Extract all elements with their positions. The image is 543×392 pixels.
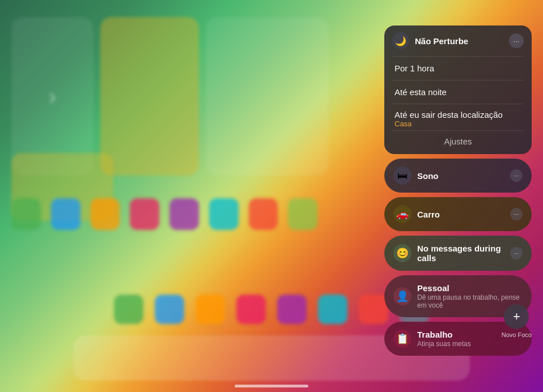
person-icon: 👤 bbox=[393, 287, 412, 305]
more-dots-icon: ··· bbox=[514, 172, 519, 179]
dock-app-icon bbox=[114, 295, 143, 324]
dnd-title: Não Perturbe bbox=[415, 36, 503, 46]
focus-messages-button[interactable]: 😊 No messages during calls ··· bbox=[384, 236, 532, 271]
more-dots-icon: ··· bbox=[514, 37, 520, 45]
dnd-option-1hr[interactable]: Por 1 hora bbox=[384, 57, 532, 80]
widget-card-3 bbox=[206, 17, 329, 176]
dnd-card[interactable]: 🌙 Não Perturbe ··· Por 1 hora Até esta n… bbox=[384, 25, 532, 154]
dnd-option-location[interactable]: Até eu sair desta localização Casa bbox=[384, 104, 532, 130]
focus-carro-button[interactable]: 🚗 Carro ··· bbox=[384, 197, 532, 231]
dnd-option-location-main: Até eu sair desta localização bbox=[394, 110, 521, 120]
sono-text: Sono bbox=[417, 171, 504, 181]
sono-title: Sono bbox=[417, 171, 504, 181]
dnd-option-location-sub: Casa bbox=[394, 120, 521, 128]
plus-icon: + bbox=[513, 309, 520, 324]
dock-app-icon bbox=[318, 295, 347, 324]
messages-title: No messages during calls bbox=[417, 244, 504, 263]
dnd-more-button[interactable]: ··· bbox=[509, 33, 524, 48]
dock-app-icon bbox=[277, 295, 307, 324]
focus-sono-button[interactable]: 🛏 Sono ··· bbox=[384, 159, 532, 193]
car-icon: 🚗 bbox=[393, 205, 412, 223]
widget-card-2 bbox=[100, 17, 199, 176]
sono-more-button[interactable]: ··· bbox=[510, 169, 523, 182]
app-icon bbox=[11, 198, 41, 230]
pessoal-title: Pessoal bbox=[417, 283, 523, 293]
home-indicator[interactable] bbox=[235, 385, 308, 387]
dock-app-icon bbox=[196, 295, 225, 324]
app-icon bbox=[169, 198, 199, 230]
widgets-area: › bbox=[11, 17, 329, 176]
app-icon bbox=[130, 198, 159, 230]
app-icon bbox=[288, 198, 317, 230]
moon-icon: 🌙 bbox=[392, 32, 409, 49]
more-dots-icon: ··· bbox=[514, 250, 519, 257]
app-icon bbox=[91, 198, 120, 230]
messages-more-button[interactable]: ··· bbox=[510, 247, 523, 259]
more-dots-icon: ··· bbox=[514, 211, 519, 218]
novo-foco-area: + Novo Foco bbox=[502, 304, 532, 338]
dnd-header: 🌙 Não Perturbe ··· bbox=[384, 25, 532, 56]
novo-foco-label: Novo Foco bbox=[502, 331, 532, 338]
briefcase-icon: 📋 bbox=[393, 330, 412, 348]
widget-card-1: › bbox=[11, 17, 94, 176]
app-icon bbox=[249, 198, 278, 230]
bed-icon: 🛏 bbox=[393, 167, 412, 185]
carro-title: Carro bbox=[417, 210, 504, 219]
app-icon bbox=[51, 198, 80, 230]
smiley-icon: 😊 bbox=[393, 244, 412, 262]
carro-text: Carro bbox=[417, 210, 504, 219]
dock-app-icon bbox=[236, 295, 266, 324]
app-icons-middle bbox=[11, 198, 317, 230]
dnd-option-tonight[interactable]: Até esta noite bbox=[384, 80, 532, 104]
dock-app-icon bbox=[155, 295, 184, 324]
novo-foco-button[interactable]: + bbox=[504, 304, 529, 329]
trabalho-subtitle: Atinja suas metas bbox=[417, 340, 523, 348]
carro-more-button[interactable]: ··· bbox=[510, 208, 523, 220]
dnd-ajustes-button[interactable]: Ajustes bbox=[384, 131, 532, 154]
messages-text: No messages during calls bbox=[417, 244, 504, 263]
app-icon bbox=[209, 198, 239, 230]
